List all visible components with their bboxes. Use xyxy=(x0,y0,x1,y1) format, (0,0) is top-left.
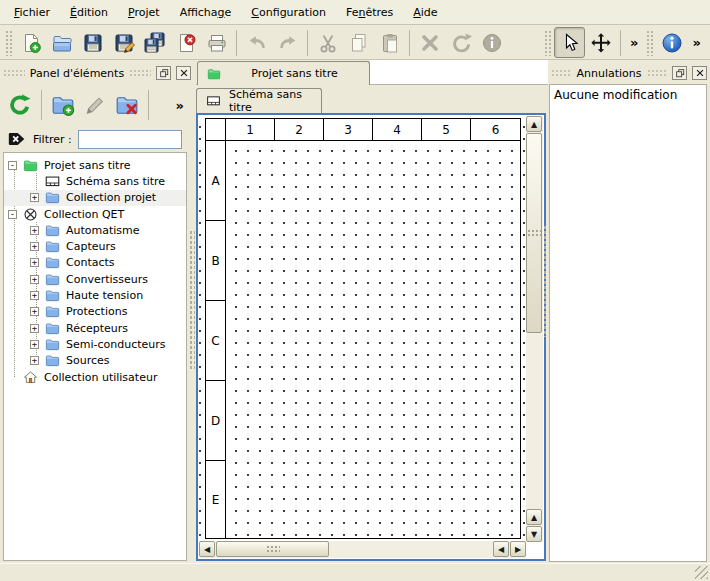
expand-icon[interactable]: + xyxy=(30,242,39,251)
tree-item-protections[interactable]: +Protections xyxy=(4,304,186,320)
expand-icon[interactable]: + xyxy=(30,275,39,284)
left-splitter-handle[interactable] xyxy=(189,230,195,370)
edit-category-button[interactable] xyxy=(79,87,111,123)
schema-view[interactable]: 123456ABCDE ▲ ▲ ▼ ◀ ◀ ▶ xyxy=(196,113,546,561)
tree-item-collection-projet[interactable]: +Collection projet xyxy=(4,190,186,206)
clear-filter-button[interactable] xyxy=(7,131,27,147)
column-header-5: 5 xyxy=(422,119,471,141)
print-button[interactable] xyxy=(201,27,232,58)
float-panel-button[interactable] xyxy=(156,66,171,80)
new-document-icon xyxy=(20,32,42,54)
close-document-button[interactable] xyxy=(170,27,201,58)
menu-affichage[interactable]: Affichage xyxy=(170,2,242,23)
reload-collections-button[interactable] xyxy=(4,87,36,123)
save-as-button[interactable] xyxy=(108,27,139,58)
expand-icon[interactable]: + xyxy=(30,340,39,349)
tree-item-sch-ma-sans-titre[interactable]: Schéma sans titre xyxy=(4,173,186,189)
column-header-3: 3 xyxy=(324,119,373,141)
delete-category-button[interactable] xyxy=(111,87,143,123)
tree-item-label: Collection projet xyxy=(66,191,156,204)
menu-projet[interactable]: Projet xyxy=(118,2,170,23)
delete-cross-icon xyxy=(419,32,441,54)
tree-item-contacts[interactable]: +Contacts xyxy=(4,255,186,271)
tree-item-convertisseurs[interactable]: +Convertisseurs xyxy=(4,271,186,287)
scroll-down-button[interactable]: ▼ xyxy=(526,526,542,542)
toolbar-overflow-button[interactable]: » xyxy=(687,35,705,50)
scroll-up-button[interactable]: ▲ xyxy=(526,116,542,132)
undo-button[interactable] xyxy=(241,27,272,58)
pan-mode-button[interactable] xyxy=(585,27,616,58)
tree-item-projet-sans-titre[interactable]: -Projet sans titre xyxy=(4,157,186,173)
tab-project[interactable]: Projet sans titre xyxy=(197,61,370,85)
toolbar-overflow-button[interactable]: » xyxy=(170,98,190,113)
schema-sheet: 123456ABCDE xyxy=(205,118,521,539)
filter-input[interactable] xyxy=(78,130,182,149)
collapse-icon[interactable]: - xyxy=(8,210,17,219)
float-panel-button[interactable] xyxy=(672,66,687,80)
horizontal-scrollbar[interactable]: ◀ ◀ ▶ xyxy=(199,541,526,558)
tab-schema[interactable]: Schéma sans titre xyxy=(196,88,322,113)
tree-item-sources[interactable]: +Sources xyxy=(4,353,186,369)
menu-fichier[interactable]: Fichier xyxy=(4,2,60,23)
scroll-left-button[interactable]: ◀ xyxy=(493,541,509,557)
toolbar-handle[interactable] xyxy=(646,30,653,56)
scroll-right-button[interactable]: ▶ xyxy=(510,541,526,557)
tree-item-capteurs[interactable]: +Capteurs xyxy=(4,238,186,254)
toolbar-handle[interactable] xyxy=(5,30,12,56)
open-document-button[interactable] xyxy=(46,27,77,58)
close-panel-button[interactable] xyxy=(176,66,191,80)
new-document-button[interactable] xyxy=(15,27,46,58)
scroll-up-button[interactable]: ▲ xyxy=(526,509,542,525)
menu-edition[interactable]: Édition xyxy=(60,2,118,23)
expand-icon[interactable]: + xyxy=(30,356,39,365)
dock-texture xyxy=(3,69,25,77)
copy-button[interactable] xyxy=(343,27,374,58)
cut-button[interactable] xyxy=(312,27,343,58)
pencil-icon xyxy=(83,93,107,117)
tree-item-label: Collection QET xyxy=(44,208,124,221)
print-icon xyxy=(206,32,228,54)
element-infos-button[interactable] xyxy=(476,27,507,58)
scroll-left-button[interactable]: ◀ xyxy=(199,541,215,557)
vertical-scroll-thumb[interactable] xyxy=(526,133,542,333)
expand-icon[interactable]: + xyxy=(30,307,39,316)
horizontal-scroll-thumb[interactable] xyxy=(216,541,329,557)
tree-item-semi-conducteurs[interactable]: +Semi-conducteurs xyxy=(4,336,186,352)
menu-configuration[interactable]: Configuration xyxy=(241,2,336,23)
tree-item-automatisme[interactable]: +Automatisme xyxy=(4,222,186,238)
redo-button[interactable] xyxy=(272,27,303,58)
toolbar-handle[interactable] xyxy=(544,30,551,56)
expand-icon[interactable]: + xyxy=(30,258,39,267)
close-panel-button[interactable] xyxy=(692,66,707,80)
folder-new-icon xyxy=(51,93,75,117)
delete-button[interactable] xyxy=(414,27,445,58)
toolbar-overflow-button[interactable]: » xyxy=(625,35,643,50)
undo-history-item[interactable]: Aucune modification xyxy=(554,88,702,102)
tree-item-haute-tension[interactable]: +Haute tension xyxy=(4,287,186,303)
tree-item-r-cepteurs[interactable]: +Récepteurs xyxy=(4,320,186,336)
expand-icon[interactable]: + xyxy=(30,324,39,333)
undo-history-list[interactable]: Aucune modification xyxy=(549,84,707,562)
about-qet-button[interactable] xyxy=(656,27,687,58)
tree-item-collection-utilisateur[interactable]: Collection utilisateur xyxy=(4,369,186,385)
tree-item-collection-qet[interactable]: -Collection QET xyxy=(4,206,186,222)
filter-label: Filtrer : xyxy=(33,133,72,146)
rotate-button[interactable] xyxy=(445,27,476,58)
expand-icon[interactable]: + xyxy=(30,193,39,202)
menu-aide[interactable]: Aide xyxy=(403,2,447,23)
paste-button[interactable] xyxy=(374,27,405,58)
collapse-icon[interactable]: - xyxy=(8,161,17,170)
new-category-button[interactable] xyxy=(47,87,79,123)
select-arrow-icon xyxy=(559,32,581,54)
menu-fenetres[interactable]: Fenêtres xyxy=(336,2,403,23)
tree-item-label: Schéma sans titre xyxy=(66,175,165,188)
save-all-button[interactable] xyxy=(139,27,170,58)
expand-icon[interactable]: + xyxy=(30,291,39,300)
select-mode-button[interactable] xyxy=(554,27,585,58)
save-button[interactable] xyxy=(77,27,108,58)
redo-icon xyxy=(277,32,299,54)
vertical-scrollbar[interactable]: ▲ ▲ ▼ xyxy=(526,116,543,542)
resize-grip[interactable] xyxy=(695,566,708,579)
expand-icon[interactable]: + xyxy=(30,226,39,235)
toolbar-separator xyxy=(620,30,621,56)
